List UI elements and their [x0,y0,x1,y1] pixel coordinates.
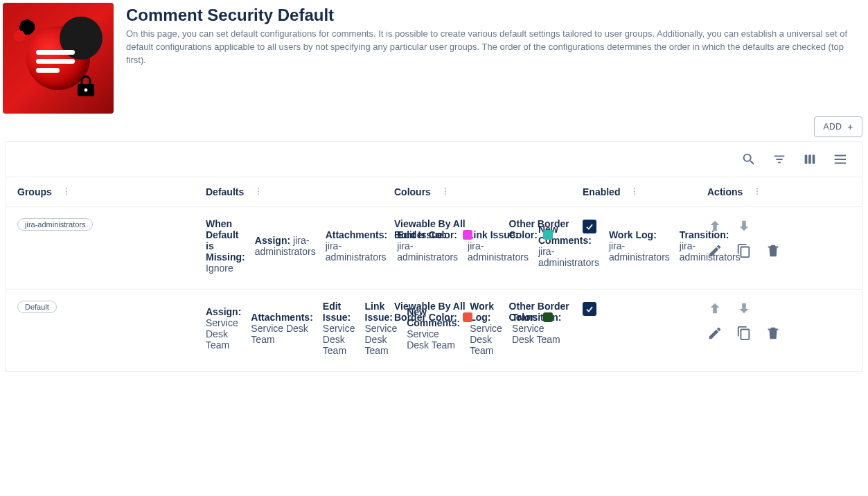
value-new-comments: Service Desk Team [407,328,455,351]
color-swatch [463,230,472,240]
svg-point-3 [66,193,67,195]
column-header-actions[interactable]: Actions [707,186,743,197]
label-other-border: Other Border Color: [509,301,569,323]
color-swatch [543,230,553,240]
value-attachments: jira-administrators [326,240,387,263]
page-title: Comment Security Default [126,6,865,25]
copy-icon[interactable] [736,326,752,341]
add-button[interactable]: ADD + [814,116,862,137]
column-header-defaults[interactable]: Defaults [206,186,244,197]
add-button-label: ADD [823,122,842,132]
svg-point-8 [445,191,446,192]
svg-point-14 [756,191,758,192]
svg-point-9 [445,193,446,195]
column-header-groups[interactable]: Groups [17,186,52,197]
label-attachments: Attachments: [251,312,312,323]
label-assign: Assign: [206,306,241,317]
color-swatch [463,312,472,322]
copy-icon[interactable] [736,243,752,258]
svg-point-0 [85,89,88,92]
label-other-border: Other Border Color: [509,218,569,240]
edit-icon[interactable] [707,326,723,341]
label-edit-issue: Edit Issue: [323,301,351,323]
svg-point-2 [66,191,67,192]
enabled-checkbox[interactable] [583,220,596,233]
filter-icon[interactable] [772,152,787,167]
svg-point-13 [756,187,758,188]
config-table: Groups Defaults Colours Enabled Actions [6,141,862,372]
column-menu-icon[interactable] [254,186,263,198]
svg-point-11 [635,191,636,192]
value-link-issue: Service Desk Team [365,323,398,356]
move-down-icon[interactable] [736,218,752,233]
column-menu-icon[interactable] [62,186,71,198]
label-when-missing: When Default is Missing: [206,218,245,263]
move-down-icon[interactable] [736,301,752,316]
svg-point-10 [635,187,636,188]
svg-point-6 [258,193,259,195]
label-assign: Assign: [255,235,290,246]
plus-icon: + [847,122,853,132]
delete-icon[interactable] [765,326,781,341]
svg-point-7 [445,187,446,188]
columns-icon[interactable] [802,152,817,167]
column-menu-icon[interactable] [752,186,762,198]
value-work-log: jira-administrators [609,240,670,263]
value-work-log: Service Desk Team [470,323,502,356]
group-chip: jira-administrators [17,218,93,231]
value-when-missing: Ignore [206,263,233,274]
group-chip: Default [17,301,57,313]
column-menu-icon[interactable] [441,186,450,198]
color-swatch [543,312,553,322]
svg-point-12 [635,193,636,195]
move-up-icon[interactable] [707,301,723,316]
column-header-colours[interactable]: Colours [394,186,431,197]
svg-point-5 [258,191,259,192]
svg-point-1 [66,187,67,188]
page-description: On this page, you can set default config… [126,28,865,67]
value-edit-issue: Service Desk Team [323,323,355,356]
svg-point-15 [756,193,758,195]
value-new-comments: jira-administrators [538,246,599,268]
table-row: Default Assign: Service Desk Team Attach… [6,290,862,371]
value-attachments: Service Desk Team [251,323,308,345]
label-link-issue: Link Issue: [365,301,393,323]
density-icon[interactable] [833,152,848,167]
value-assign: Service Desk Team [206,317,238,351]
label-viewable-border: Viewable By All Border Color: [394,218,466,240]
app-logo [3,3,114,114]
enabled-checkbox[interactable] [583,302,596,316]
edit-icon[interactable] [707,243,723,258]
table-row: jira-administrators When Default is Miss… [6,207,862,290]
column-header-enabled[interactable]: Enabled [583,186,620,197]
label-attachments: Attachments: [326,229,387,240]
move-up-icon[interactable] [707,218,723,233]
label-viewable-border: Viewable By All Border Color: [394,301,466,323]
svg-point-4 [258,187,259,188]
delete-icon[interactable] [765,243,781,258]
search-icon[interactable] [741,152,756,167]
column-menu-icon[interactable] [630,186,639,198]
